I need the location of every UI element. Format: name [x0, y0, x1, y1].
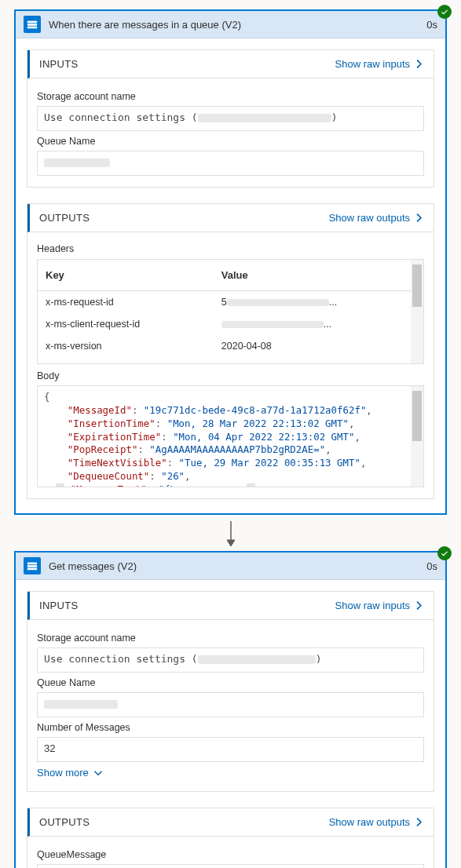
number-of-messages-field: 32	[37, 737, 424, 762]
table-row: x-ms-version 2020-04-08	[38, 335, 423, 357]
queue-name-label: Queue Name	[37, 136, 424, 147]
show-raw-outputs-button[interactable]: Show raw outputs	[329, 816, 424, 828]
step-duration: 0s	[426, 560, 437, 572]
chevron-right-icon	[414, 600, 424, 611]
queue-icon	[24, 557, 41, 574]
chevron-right-icon	[414, 817, 424, 827]
svg-rect-6	[27, 568, 37, 571]
step-title: Get messages (V2)	[49, 560, 426, 572]
inputs-panel: INPUTS Show raw inputs Storage account n…	[27, 49, 434, 188]
show-raw-outputs-button[interactable]: Show raw outputs	[329, 212, 424, 224]
redacted-text	[44, 700, 118, 709]
chevron-down-icon	[93, 768, 103, 778]
queue-message-field: []	[37, 864, 424, 868]
outputs-title: OUTPUTS	[39, 816, 329, 828]
success-badge	[437, 546, 452, 560]
svg-rect-2	[27, 27, 37, 29]
chevron-right-icon	[414, 213, 424, 223]
queue-icon	[24, 16, 41, 33]
connector-arrow	[14, 521, 447, 551]
outputs-panel: OUTPUTS Show raw outputs Headers Key Val…	[27, 203, 434, 499]
headers-table: Key Value x-ms-request-id 5... x-ms-clie…	[37, 259, 424, 364]
inputs-panel: INPUTS Show raw inputs Storage account n…	[27, 591, 434, 792]
scrollbar[interactable]	[411, 386, 423, 487]
flow-step-get-messages: Get messages (V2) 0s INPUTS Show raw inp…	[14, 551, 447, 868]
redacted-text	[44, 159, 110, 167]
svg-rect-4	[27, 563, 37, 565]
storage-account-label: Storage account name	[37, 633, 424, 644]
chevron-right-icon	[414, 59, 424, 69]
svg-rect-1	[27, 24, 37, 26]
step-duration: 0s	[426, 19, 437, 31]
show-raw-inputs-button[interactable]: Show raw inputs	[335, 600, 424, 611]
inputs-title: INPUTS	[39, 58, 335, 70]
storage-account-label: Storage account name	[37, 91, 424, 102]
svg-rect-5	[27, 565, 37, 567]
show-raw-inputs-button[interactable]: Show raw inputs	[335, 58, 424, 70]
body-json: { "MessageId": "19c771dc-bede-49c8-a77d-…	[37, 385, 424, 487]
storage-account-field: Use connection settings ()	[37, 647, 424, 673]
step-header[interactable]: Get messages (V2) 0s	[16, 553, 445, 580]
show-more-button[interactable]: Show more	[37, 762, 424, 780]
success-badge	[437, 5, 452, 19]
table-row: x-ms-client-request-id ...	[38, 313, 423, 335]
check-icon	[441, 8, 448, 16]
key-column-header: Key	[38, 260, 214, 291]
redacted-text	[198, 114, 331, 122]
outputs-title: OUTPUTS	[39, 212, 329, 224]
value-column-header: Value	[214, 260, 423, 291]
step-title: When there are messages in a queue (V2)	[49, 19, 426, 31]
queue-name-field	[37, 151, 424, 176]
inputs-title: INPUTS	[39, 600, 335, 611]
table-row: x-ms-request-id 5...	[38, 291, 423, 314]
svg-rect-0	[27, 21, 37, 24]
body-label: Body	[37, 370, 424, 381]
queue-name-field	[37, 692, 424, 717]
number-of-messages-label: Number of Messages	[37, 722, 424, 733]
headers-label: Headers	[37, 243, 424, 254]
check-icon	[441, 549, 448, 557]
queue-name-label: Queue Name	[37, 677, 424, 688]
json-content: { "MessageId": "19c771dc-bede-49c8-a77d-…	[38, 386, 423, 487]
step-header[interactable]: When there are messages in a queue (V2) …	[16, 11, 445, 38]
redacted-text	[198, 655, 316, 664]
scrollbar[interactable]	[411, 260, 423, 363]
storage-account-field: Use connection settings ()	[37, 106, 424, 131]
flow-step-trigger: When there are messages in a queue (V2) …	[14, 9, 447, 515]
queue-message-label: QueueMessage	[37, 849, 424, 860]
outputs-panel: OUTPUTS Show raw outputs QueueMessage []	[27, 808, 434, 868]
